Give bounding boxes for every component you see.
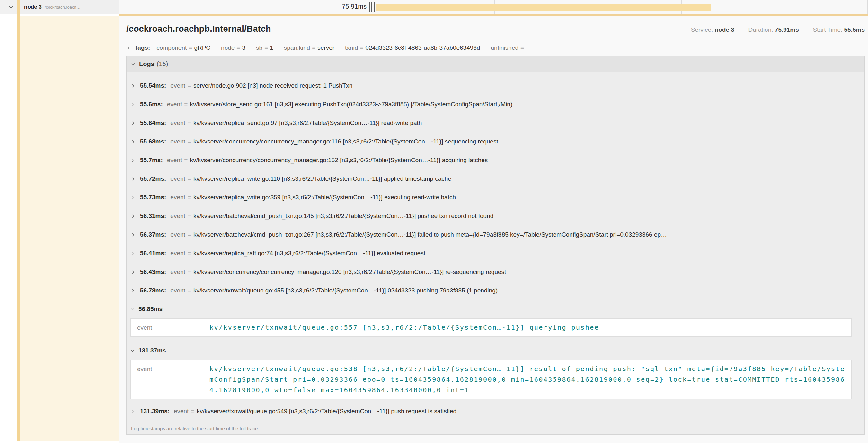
log-message: kv/kvserver/store_send.go:161 [n3,s3] ex…	[190, 101, 513, 108]
log-row-expanded-toggle[interactable]: 131.37ms	[127, 341, 865, 360]
tag-equals: =	[189, 44, 192, 51]
span-color-bar	[17, 0, 20, 441]
log-field: event	[170, 138, 185, 145]
log-equals: =	[188, 231, 191, 238]
chevron-down-icon	[130, 307, 134, 311]
tag-equals: =	[265, 44, 268, 51]
log-equals: =	[184, 101, 188, 108]
log-row[interactable]: 55.64ms: event = kv/kvserver/replica_sen…	[127, 114, 865, 132]
chevron-right-icon	[131, 140, 135, 144]
log-field: event	[174, 408, 189, 415]
log-timestamp: 55.64ms:	[140, 120, 166, 127]
tag-equals: =	[520, 44, 524, 51]
log-value: kv/kvserver/txnwait/queue.go:557 [n3,s3,…	[210, 322, 849, 333]
log-message: server/node.go:902 [n3] node received re…	[193, 82, 352, 89]
log-row-expanded-toggle[interactable]: 56.85ms	[127, 300, 865, 318]
log-row[interactable]: 55.73ms: event = kv/kvserver/replica_wri…	[127, 188, 865, 207]
tag-key: span.kind	[284, 44, 310, 51]
log-field: event	[170, 287, 185, 294]
log-field: event	[170, 175, 185, 182]
chevron-down-icon[interactable]	[8, 4, 14, 10]
log-timestamp: 56.78ms:	[140, 287, 166, 294]
tag-item: unfinished=	[485, 44, 531, 52]
tag-key: component	[156, 44, 187, 51]
log-timestamp: 56.85ms	[138, 306, 162, 313]
span-detail-title: /cockroach.roachpb.Internal/Batch	[126, 24, 271, 34]
span-duration-label: 75.91ms	[318, 3, 367, 10]
log-message: kv/kvserver/replica_write.go:359 [n3,s3,…	[193, 194, 456, 201]
span-bar[interactable]	[376, 4, 711, 10]
log-row[interactable]: 55.72ms: event = kv/kvserver/replica_wri…	[127, 170, 865, 188]
log-equals: =	[188, 175, 191, 182]
tag-equals: =	[360, 44, 363, 51]
log-message: kv/kvserver/concurrency/concurrency_mana…	[193, 138, 498, 145]
tag-value: 024d3323-6c8f-4863-aa8b-37ab0e63496d	[365, 44, 480, 51]
log-field: event	[131, 322, 210, 333]
tags-toggle-row[interactable]: Tags: component=gRPC node=3 sb=1 span.ki…	[126, 39, 865, 56]
log-equals: =	[188, 82, 191, 89]
log-timestamp: 55.54ms:	[140, 82, 166, 89]
duration-label: Duration:	[748, 26, 773, 33]
log-row[interactable]: 55.54ms: event = server/node.go:902 [n3]…	[127, 76, 865, 95]
chevron-right-icon	[131, 196, 135, 200]
tag-item: span.kind=server	[279, 44, 340, 52]
log-timestamp: 56.37ms:	[140, 231, 166, 238]
span-operation-name: /cockroach.roach…	[45, 5, 81, 10]
start-time-value: 55.5ms	[844, 26, 865, 33]
log-timestamp: 55.73ms:	[140, 194, 166, 201]
tag-key: sb	[256, 44, 262, 51]
log-field: event	[170, 250, 185, 257]
log-equals: =	[188, 287, 191, 294]
log-row[interactable]: 131.39ms: event = kv/kvserver/txnwait/qu…	[127, 402, 865, 420]
chevron-right-icon	[131, 84, 135, 88]
log-field: event	[131, 364, 210, 396]
info-divider	[741, 26, 741, 33]
log-row[interactable]: 55.6ms: event = kv/kvserver/store_send.g…	[127, 95, 865, 114]
chevron-down-icon	[130, 349, 134, 353]
info-divider	[806, 26, 806, 33]
log-field: event	[170, 194, 185, 201]
chevron-right-icon	[131, 270, 135, 274]
log-message: kv/kvserver/replica_raft.go:74 [n3,s3,r6…	[193, 250, 425, 257]
log-field: event	[170, 268, 185, 275]
log-field: event	[170, 120, 185, 127]
log-timestamp: 55.72ms:	[140, 175, 166, 182]
span-timeline-row[interactable]: node 3 /cockroach.roach… 75.91ms	[0, 0, 868, 14]
chevron-right-icon[interactable]	[126, 46, 130, 50]
tag-value: 1	[270, 44, 273, 51]
log-field: event	[170, 212, 185, 219]
timeline-gridline	[867, 0, 868, 14]
log-equals: =	[188, 120, 191, 127]
chevron-right-icon	[131, 288, 135, 293]
timeline-track: 75.91ms	[119, 0, 868, 14]
chevron-right-icon	[131, 214, 135, 218]
chevron-down-icon[interactable]	[131, 62, 135, 66]
logs-count: (15)	[157, 60, 168, 68]
log-timestamp: 56.31ms:	[140, 212, 166, 219]
log-detail-table: event kv/kvserver/txnwait/queue.go:557 […	[130, 318, 851, 337]
log-tick-marks	[369, 2, 377, 12]
log-message: kv/kvserver/batcheval/cmd_push_txn.go:14…	[193, 212, 493, 219]
span-name-cell[interactable]: node 3 /cockroach.roach…	[20, 0, 119, 14]
log-row[interactable]: 56.41ms: event = kv/kvserver/replica_raf…	[127, 244, 865, 263]
logs-header-toggle[interactable]: Logs (15)	[127, 57, 865, 72]
logs-section: Logs (15) 55.54ms: event = server/node.g…	[126, 56, 865, 435]
log-message: kv/kvserver/batcheval/cmd_push_txn.go:26…	[193, 231, 667, 238]
chevron-right-icon	[131, 233, 135, 237]
log-row[interactable]: 55.68ms: event = kv/kvserver/concurrency…	[127, 132, 865, 151]
chevron-right-icon	[131, 177, 135, 181]
log-row[interactable]: 56.31ms: event = kv/kvserver/batcheval/c…	[127, 207, 865, 225]
log-value: kv/kvserver/txnwait/queue.go:538 [n3,s3,…	[210, 364, 849, 396]
tag-value: gRPC	[194, 44, 210, 51]
log-timestamp: 55.7ms:	[140, 157, 163, 164]
logs-body: 55.54ms: event = server/node.go:902 [n3]…	[127, 72, 865, 434]
tag-key: txnid	[345, 44, 358, 51]
log-field: event	[167, 101, 182, 108]
log-row[interactable]: 55.7ms: event = kv/kvserver/concurrency/…	[127, 151, 865, 170]
log-field: event	[170, 82, 185, 89]
log-row[interactable]: 56.37ms: event = kv/kvserver/batcheval/c…	[127, 225, 865, 244]
span-detail-header: /cockroach.roachpb.Internal/Batch Servic…	[126, 16, 865, 34]
log-row[interactable]: 56.78ms: event = kv/kvserver/txnwait/que…	[127, 281, 865, 300]
log-message: kv/kvserver/txnwait/queue.go:549 [n3,s3,…	[197, 408, 457, 415]
log-row[interactable]: 56.43ms: event = kv/kvserver/concurrency…	[127, 263, 865, 281]
